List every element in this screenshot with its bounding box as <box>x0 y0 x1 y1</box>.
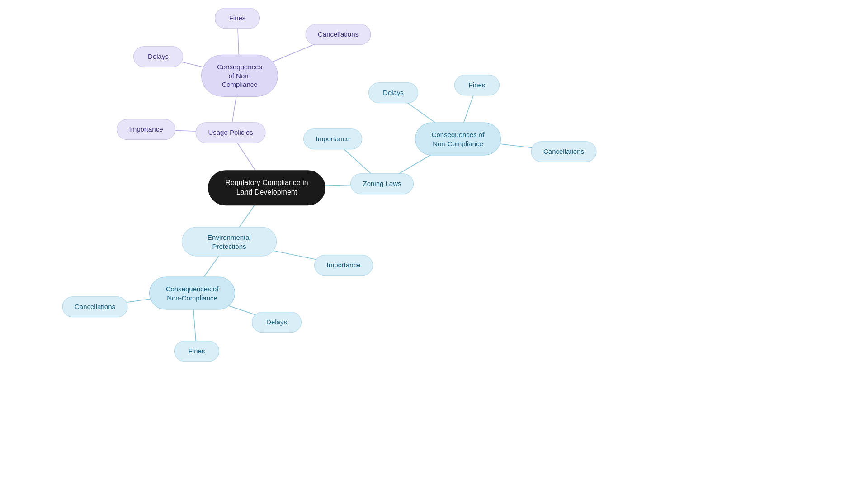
delays-zoning-node[interactable]: Delays <box>368 82 418 103</box>
consequences-usage-node[interactable]: Consequences of Non-Compliance <box>201 55 278 97</box>
consequences-zoning-node[interactable]: Consequences of Non-Compliance <box>415 123 501 156</box>
cancellations-usage-node[interactable]: Cancellations <box>306 24 371 45</box>
center-node[interactable]: Regulatory Compliance in Land Developmen… <box>208 170 326 205</box>
cancellations-env-node[interactable]: Cancellations <box>62 296 128 317</box>
usage-policies-node[interactable]: Usage Policies <box>196 122 266 143</box>
delays-env-node[interactable]: Delays <box>252 312 302 333</box>
delays-usage-node[interactable]: Delays <box>133 46 183 67</box>
fines-env-node[interactable]: Fines <box>174 341 219 362</box>
fines-zoning-node[interactable]: Fines <box>454 75 500 95</box>
importance-env-node[interactable]: Importance <box>314 255 373 276</box>
importance-usage-node[interactable]: Importance <box>117 119 175 140</box>
cancellations-zoning-node[interactable]: Cancellations <box>531 141 597 162</box>
env-protections-node[interactable]: Environmental Protections <box>182 227 277 257</box>
fines-usage-node[interactable]: Fines <box>215 8 260 29</box>
zoning-laws-node[interactable]: Zoning Laws <box>350 173 414 194</box>
importance-zoning-node[interactable]: Importance <box>303 128 362 149</box>
consequences-env-node[interactable]: Consequences of Non-Compliance <box>149 277 235 310</box>
